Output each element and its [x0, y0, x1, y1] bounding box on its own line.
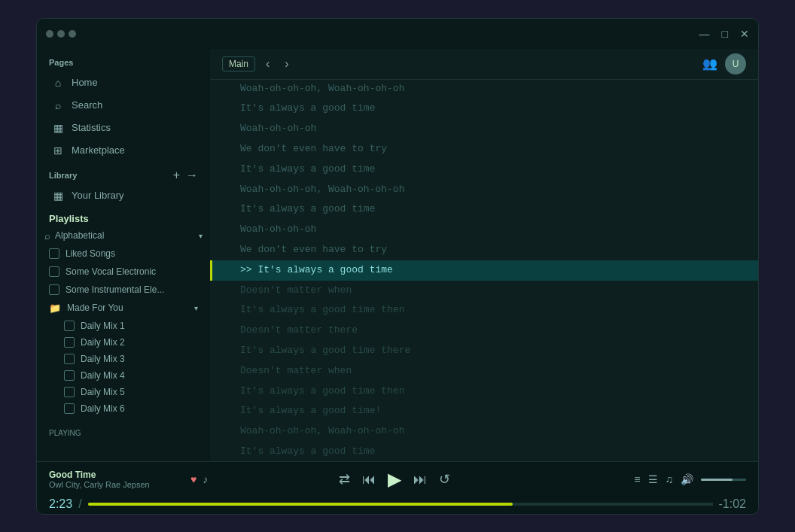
- playlists-header: Playlists: [37, 207, 210, 227]
- content-actions: 👥 U: [702, 53, 746, 74]
- lyric-line: It's always a good time: [210, 442, 758, 461]
- maximize-button[interactable]: □: [722, 29, 728, 39]
- dm3-checkbox[interactable]: [64, 354, 75, 364]
- lyrics-toggle-button[interactable]: ≡: [634, 473, 640, 485]
- dm4-checkbox[interactable]: [64, 370, 75, 381]
- daily-mix-4[interactable]: Daily Mix 4: [52, 367, 210, 384]
- daily-mix-label: Daily Mix 2: [81, 337, 125, 348]
- app-window: — □ ✕ Pages ⌂ Home ⌕ Search ▦ Statistics…: [36, 18, 759, 515]
- repeat-button[interactable]: ↺: [439, 471, 450, 488]
- lyric-line: It's always a good time there: [210, 341, 758, 361]
- dm5-checkbox[interactable]: [64, 387, 75, 397]
- library-header: Library + →: [37, 162, 210, 184]
- lyric-line: Doesn't matter when: [210, 361, 758, 382]
- lyric-line: It's always a good time: [210, 199, 758, 220]
- lyrics-area[interactable]: Freaked out, dropped my phone in the poo…: [210, 80, 758, 461]
- folder-label: Made For You: [67, 302, 123, 313]
- prev-button[interactable]: ⏮: [362, 472, 376, 488]
- like-button[interactable]: ♥: [190, 473, 196, 485]
- sidebar-item-label: Home: [72, 77, 98, 88]
- library-label: Library: [49, 171, 77, 180]
- sidebar: Pages ⌂ Home ⌕ Search ▦ Statistics ⊞ Mar…: [37, 49, 210, 461]
- daily-mix-2[interactable]: Daily Mix 2: [52, 334, 210, 351]
- content-nav: Main ‹ ›: [222, 56, 294, 72]
- lyric-line: >> It's always a good time: [210, 260, 758, 281]
- sidebar-item-label: Statistics: [72, 122, 111, 133]
- titlebar-controls: — □ ✕: [699, 29, 749, 39]
- titlebar: — □ ✕: [37, 19, 758, 49]
- daily-mix-3[interactable]: Daily Mix 3: [52, 351, 210, 367]
- sidebar-item-label: Marketplace: [72, 144, 125, 156]
- sidebar-item-statistics[interactable]: ▦ Statistics: [40, 117, 207, 139]
- sidebar-item-home[interactable]: ⌂ Home: [40, 71, 207, 94]
- library-actions: + →: [173, 169, 198, 181]
- vocal-checkbox[interactable]: [49, 266, 59, 277]
- playlist-item-liked[interactable]: Liked Songs: [37, 245, 210, 263]
- arrow-library-button[interactable]: →: [186, 169, 198, 181]
- dm1-checkbox[interactable]: [64, 321, 75, 331]
- main-layout: Pages ⌂ Home ⌕ Search ▦ Statistics ⊞ Mar…: [37, 49, 758, 461]
- your-library-icon: ▦: [52, 190, 64, 202]
- folder-chevron-icon: ▾: [194, 304, 198, 312]
- dot-2: [57, 30, 65, 38]
- progress-bar[interactable]: [88, 503, 713, 506]
- player-main: Good Time Owl City, Carly Rae Jepsen ♥ ♪…: [37, 462, 758, 497]
- friends-button[interactable]: 👥: [702, 56, 717, 71]
- sidebar-item-search[interactable]: ⌕ Search: [40, 94, 207, 117]
- track-actions: ♥ ♪: [190, 473, 208, 485]
- main-label: Main: [222, 56, 255, 71]
- progress-section: 2:23 / -1:02: [37, 497, 758, 514]
- sidebar-item-your-library[interactable]: ▦ Your Library: [40, 184, 207, 207]
- daily-mix-label: Daily Mix 1: [81, 321, 125, 331]
- sidebar-item-label: Search: [72, 99, 102, 111]
- your-library-label: Your Library: [72, 190, 124, 201]
- minimize-button[interactable]: —: [699, 29, 710, 39]
- sidebar-item-marketplace[interactable]: ⊞ Marketplace: [40, 139, 207, 162]
- statistics-icon: ▦: [52, 122, 64, 134]
- folder-made-for-you[interactable]: 📁 Made For You ▾: [37, 299, 210, 318]
- user-avatar[interactable]: U: [725, 53, 746, 74]
- pages-label: Pages: [37, 49, 210, 71]
- nav-next-button[interactable]: ›: [280, 56, 293, 72]
- daily-mix-label: Daily Mix 3: [81, 354, 125, 364]
- daily-mix-label: Daily Mix 5: [81, 387, 125, 397]
- progress-fill: [88, 503, 513, 506]
- lyric-line: Woah-oh-oh-oh, Woah-oh-oh-oh: [210, 180, 758, 200]
- marketplace-icon: ⊞: [52, 144, 64, 157]
- device-button[interactable]: ♫: [666, 473, 674, 485]
- player-bar: Good Time Owl City, Carly Rae Jepsen ♥ ♪…: [37, 461, 758, 514]
- playing-section: Playing: [37, 426, 210, 440]
- playlist-item-label: Some Instrumental Ele...: [65, 284, 164, 295]
- search-icon: ⌕: [52, 99, 64, 111]
- close-button[interactable]: ✕: [740, 29, 749, 39]
- lyric-line: We don't even have to try: [210, 139, 758, 160]
- volume-bar[interactable]: [701, 479, 746, 481]
- playlist-item-label: Some Vocal Electronic: [65, 266, 156, 277]
- search-small-icon: ⌕: [44, 230, 50, 242]
- lyric-line: It's always a good time then: [210, 382, 758, 402]
- play-button[interactable]: ▶: [388, 469, 401, 490]
- playlist-item-vocal[interactable]: Some Vocal Electronic: [37, 263, 210, 281]
- daily-mix-6[interactable]: Daily Mix 6: [52, 400, 210, 417]
- dm2-checkbox[interactable]: [64, 337, 75, 348]
- daily-mix-1[interactable]: Daily Mix 1: [52, 318, 210, 334]
- nav-prev-button[interactable]: ‹: [261, 56, 274, 72]
- next-button[interactable]: ⏭: [413, 472, 427, 488]
- daily-mix-5[interactable]: Daily Mix 5: [52, 384, 210, 400]
- track-info: Good Time Owl City, Carly Rae Jepsen: [49, 470, 184, 489]
- content-area: Main ‹ › 👥 U Freaked out, dropped my pho…: [210, 49, 758, 461]
- note-button[interactable]: ♪: [203, 473, 208, 485]
- sort-label[interactable]: Alphabetical: [55, 230, 194, 241]
- shuffle-button[interactable]: ⇄: [339, 471, 350, 488]
- lyric-line: It's always a good time: [210, 99, 758, 119]
- lyric-line: Woah-oh-oh-oh: [210, 119, 758, 139]
- playlist-item-instrumental[interactable]: Some Instrumental Ele...: [37, 281, 210, 299]
- liked-songs-checkbox[interactable]: [49, 248, 59, 259]
- dm6-checkbox[interactable]: [64, 403, 75, 414]
- add-library-button[interactable]: +: [173, 169, 180, 181]
- titlebar-dots: [46, 30, 76, 38]
- volume-button[interactable]: 🔊: [681, 473, 693, 485]
- instrumental-checkbox[interactable]: [49, 284, 59, 295]
- queue-button[interactable]: ☰: [648, 473, 658, 485]
- lyric-line: It's always a good time!: [210, 401, 758, 421]
